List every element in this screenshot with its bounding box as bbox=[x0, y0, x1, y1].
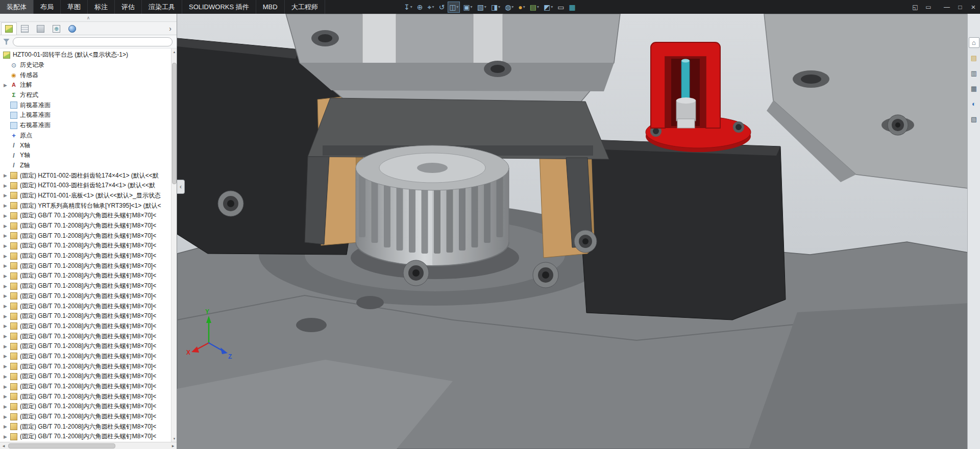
scroll-left-icon[interactable]: ◀ bbox=[0, 442, 7, 449]
tree-item[interactable]: ▶ (固定) HZT01-001-底板<1> (默认<<默认>_显示状态 bbox=[0, 191, 171, 201]
expand-arrow-icon[interactable]: ▶ bbox=[4, 424, 7, 429]
tree-item[interactable]: ▶ (固定) GB/T 70.1-2008[内六角圆柱头螺钉M8×70]< bbox=[0, 402, 171, 412]
zoom-to-fit-icon[interactable]: ⊕ ▾ bbox=[415, 2, 425, 13]
file-explorer-icon[interactable]: ▥ bbox=[969, 68, 979, 79]
expand-arrow-icon[interactable]: ▶ bbox=[4, 334, 7, 339]
menu-tab[interactable]: MBD bbox=[256, 0, 285, 14]
tree-item[interactable]: ▶ (固定) GB/T 70.1-2008[内六角圆柱头螺钉M8×70]< bbox=[0, 361, 171, 371]
maximize-button[interactable]: □ bbox=[953, 0, 967, 14]
tree-item[interactable]: ▶ 前视基准面 bbox=[0, 100, 171, 110]
displaymanager-tab[interactable] bbox=[64, 22, 80, 35]
display-style-icon[interactable]: ◨ ▾ bbox=[489, 2, 502, 13]
home-icon[interactable]: ⌂ bbox=[969, 37, 979, 48]
tree-item[interactable]: ▶ (固定) GB/T 70.1-2008[内六角圆柱头螺钉M8×70]< bbox=[0, 382, 171, 392]
menu-tab[interactable]: 渲染工具 bbox=[142, 0, 182, 14]
scroll-up-icon[interactable]: ▲ bbox=[172, 48, 177, 55]
expand-arrow-icon[interactable]: ▶ bbox=[4, 344, 7, 349]
tree-item[interactable]: ▶ (固定) GB/T 70.1-2008[内六角圆柱头螺钉M8×70]< bbox=[0, 241, 171, 251]
menu-tab[interactable]: 装配体 bbox=[0, 0, 34, 14]
tree-item[interactable]: ▶ (固定) GB/T 70.1-2008[内六角圆柱头螺钉M8×70]< bbox=[0, 211, 171, 221]
section-view-icon[interactable]: ◫ ▾ bbox=[448, 2, 460, 13]
expand-arrow-icon[interactable]: ▶ bbox=[4, 364, 7, 369]
menu-tab[interactable]: 草图 bbox=[61, 0, 88, 14]
expand-arrow-icon[interactable]: ▶ bbox=[4, 384, 7, 389]
tree-item[interactable]: ▶ (固定) GB/T 70.1-2008[内六角圆柱头螺钉M8×70]< bbox=[0, 331, 171, 341]
zoom-to-area-icon[interactable]: ⌖ ▾ bbox=[426, 2, 435, 13]
view-orientation-icon[interactable]: ↧ ▾ bbox=[402, 2, 414, 13]
panel-splitter[interactable]: ∧ bbox=[0, 14, 177, 22]
scroll-right-icon[interactable]: ▶ bbox=[169, 442, 177, 449]
annotation-views-icon[interactable]: ▣ ▾ bbox=[461, 2, 474, 13]
tree-item[interactable]: ▶ (固定) GB/T 70.1-2008[内六角圆柱头螺钉M8×70]< bbox=[0, 251, 171, 261]
apply-scene-icon[interactable]: ▤ ▾ bbox=[528, 2, 541, 13]
minimize-button[interactable]: — bbox=[940, 0, 953, 14]
tree-item[interactable]: ▶ X轴 bbox=[0, 140, 171, 151]
tree-item[interactable]: ▶ (固定) GB/T 70.1-2008[内六角圆柱头螺钉M8×70]< bbox=[0, 281, 171, 291]
tree-item[interactable]: ▶ 原点 bbox=[0, 131, 171, 141]
panel-flyout-button[interactable]: ‹ bbox=[177, 180, 185, 194]
tree-item[interactable]: ▶ (固定) GB/T 70.1-2008[内六角圆柱头螺钉M8×70]< bbox=[0, 432, 171, 442]
full-screen-icon[interactable]: ▭ ▾ bbox=[556, 2, 566, 13]
horizontal-scroll-thumb[interactable] bbox=[8, 443, 115, 448]
expand-arrow-icon[interactable]: ▶ bbox=[4, 273, 7, 279]
panel-tabs-expand-button[interactable]: › bbox=[166, 24, 175, 33]
vertical-scroll-thumb[interactable] bbox=[172, 63, 177, 184]
dimxpertmanager-tab[interactable] bbox=[48, 22, 64, 35]
model-helical-gear[interactable] bbox=[356, 145, 509, 266]
filter-funnel-icon[interactable] bbox=[3, 39, 10, 45]
expand-arrow-icon[interactable]: ▶ bbox=[4, 83, 7, 88]
expand-arrow-icon[interactable]: ▶ bbox=[4, 243, 7, 248]
feature-tree[interactable]: HZT00-01-回转平台总 (默认<显示状态-1>) ▶ 历史记录 ▶ 传感器… bbox=[0, 48, 177, 442]
scroll-down-icon[interactable]: ▼ bbox=[172, 435, 177, 442]
edit-appearance-icon[interactable]: ● ▾ bbox=[517, 2, 526, 13]
tree-item[interactable]: ▶ 方程式 bbox=[0, 90, 171, 101]
expand-arrow-icon[interactable]: ▶ bbox=[4, 213, 7, 218]
tree-item[interactable]: ▶ 注解 bbox=[0, 80, 171, 90]
expand-arrow-icon[interactable]: ▶ bbox=[4, 173, 7, 178]
tree-item[interactable]: ▶ (固定) YRT系列高精度转台轴承[YRT395]<1> (默认< bbox=[0, 201, 171, 211]
tree-item[interactable]: ▶ 历史记录 bbox=[0, 60, 171, 70]
expand-arrow-icon[interactable]: ▶ bbox=[4, 203, 7, 208]
menu-tab[interactable]: SOLIDWORKS 插件 bbox=[182, 0, 256, 14]
model-canvas[interactable]: Y X Z bbox=[177, 14, 980, 449]
tree-item[interactable]: ▶ (固定) GB/T 70.1-2008[内六角圆柱头螺钉M8×70]< bbox=[0, 352, 171, 362]
expand-arrow-icon[interactable]: ▶ bbox=[4, 193, 7, 198]
tree-horizontal-scrollbar[interactable]: ◀ ▶ bbox=[0, 442, 177, 449]
close-button[interactable]: × bbox=[967, 0, 980, 14]
tree-vertical-scrollbar[interactable]: ▲ ▼ bbox=[171, 48, 177, 442]
expand-arrow-icon[interactable]: ▶ bbox=[4, 263, 7, 268]
tree-item[interactable]: ▶ 右视基准面 bbox=[0, 120, 171, 131]
menu-tab[interactable]: 布局 bbox=[34, 0, 61, 14]
expand-arrow-icon[interactable]: ▶ bbox=[4, 414, 7, 419]
design-library-icon[interactable]: ▤ bbox=[969, 53, 979, 63]
tree-item[interactable]: ▶ (固定) GB/T 70.1-2008[内六角圆柱头螺钉M8×70]< bbox=[0, 271, 171, 281]
expand-arrow-icon[interactable]: ▶ bbox=[4, 434, 7, 439]
expand-arrow-icon[interactable]: ▶ bbox=[4, 304, 7, 309]
tree-item[interactable]: ▶ (固定) GB/T 70.1-2008[内六角圆柱头螺钉M8×70]< bbox=[0, 321, 171, 332]
tree-item[interactable]: ▶ Z轴 bbox=[0, 161, 171, 171]
custom-properties-icon[interactable]: ▧ bbox=[969, 114, 979, 124]
expand-arrow-icon[interactable]: ▶ bbox=[4, 284, 7, 289]
tree-item[interactable]: ▶ (固定) HZT01-003-圆柱斜齿轮17×4<1> (默认<<默 bbox=[0, 181, 171, 191]
tree-root-item[interactable]: HZT00-01-回转平台总 (默认<显示状态-1>) bbox=[0, 50, 171, 60]
previous-view-icon[interactable]: ↺ ▾ bbox=[437, 2, 446, 13]
expand-arrow-icon[interactable]: ▶ bbox=[4, 323, 7, 329]
tree-item[interactable]: ▶ (固定) GB/T 70.1-2008[内六角圆柱头螺钉M8×70]< bbox=[0, 291, 171, 302]
menu-tab[interactable]: 标注 bbox=[88, 0, 115, 14]
tree-item[interactable]: ▶ 传感器 bbox=[0, 70, 171, 80]
tree-item[interactable]: ▶ (固定) GB/T 70.1-2008[内六角圆柱头螺钉M8×70]< bbox=[0, 311, 171, 321]
model-right-dark-housing[interactable] bbox=[572, 139, 786, 320]
restore-panes-button[interactable]: ▭ bbox=[922, 0, 935, 14]
show-cube-icon[interactable]: ▦ ▾ bbox=[568, 2, 577, 13]
tree-item[interactable]: ▶ (固定) GB/T 70.1-2008[内六角圆柱头螺钉M8×70]< bbox=[0, 231, 171, 241]
tree-item[interactable]: ▶ (固定) GB/T 70.1-2008[内六角圆柱头螺钉M8×70]< bbox=[0, 221, 171, 231]
tree-item[interactable]: ▶ (固定) GB/T 70.1-2008[内六角圆柱头螺钉M8×70]< bbox=[0, 371, 171, 382]
menu-tab[interactable]: 大工程师 bbox=[285, 0, 325, 14]
propertymanager-tab[interactable] bbox=[17, 22, 33, 35]
hide-show-items-icon[interactable]: ◍ ▾ bbox=[503, 2, 515, 13]
menu-tab[interactable]: 评估 bbox=[115, 0, 142, 14]
expand-arrow-icon[interactable]: ▶ bbox=[4, 374, 7, 379]
view-settings-icon[interactable]: ◩ ▾ bbox=[542, 2, 554, 13]
expand-arrow-icon[interactable]: ▶ bbox=[4, 394, 7, 399]
tree-item[interactable]: ▶ (固定) GB/T 70.1-2008[内六角圆柱头螺钉M8×70]< bbox=[0, 261, 171, 271]
